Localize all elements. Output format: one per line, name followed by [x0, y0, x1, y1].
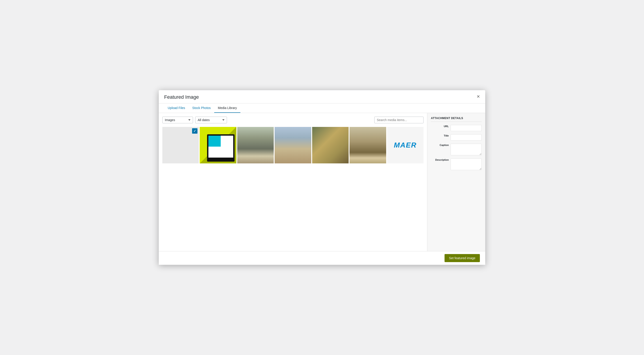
image-item-1[interactable] [162, 127, 199, 163]
tab-bar: Upload Files Stock Photos Media Library [159, 103, 485, 113]
set-featured-image-button[interactable]: Set featured image [444, 254, 480, 262]
featured-image-modal: Featured Image × Upload Files Stock Phot… [159, 90, 485, 265]
image-item-6[interactable] [350, 127, 386, 163]
image-item-5[interactable] [312, 127, 348, 163]
modal-title: Featured Image [164, 94, 199, 103]
attachment-details-sidebar: ATTACHMENT DETAILS URL Title Caption Des… [427, 113, 485, 251]
url-input[interactable] [450, 125, 482, 131]
selected-check-icon [192, 128, 198, 134]
url-label: URL [431, 125, 449, 128]
title-input[interactable] [450, 134, 482, 141]
url-field-row: URL [431, 125, 482, 131]
type-filter[interactable]: Images All media items Audio Video [162, 117, 193, 123]
tab-media-library[interactable]: Media Library [214, 103, 240, 113]
tab-stock-photos[interactable]: Stock Photos [189, 103, 214, 113]
image-thumbnail-5 [312, 127, 348, 163]
image-item-7[interactable]: MAER [387, 127, 424, 163]
image-item-4[interactable] [274, 127, 311, 163]
modal-body: Images All media items Audio Video All d… [159, 113, 485, 251]
media-area: Images All media items Audio Video All d… [159, 113, 427, 251]
modal-footer: Set featured image [159, 251, 485, 265]
image-thumbnail-2 [200, 127, 236, 163]
description-field-row: Description [431, 158, 482, 170]
image-item-2[interactable] [200, 127, 236, 163]
image-item-3[interactable] [237, 127, 274, 163]
caption-input[interactable] [450, 144, 482, 155]
tab-upload[interactable]: Upload Files [164, 103, 189, 113]
caption-field-row: Caption [431, 144, 482, 155]
description-label: Description [431, 158, 449, 161]
caption-label: Caption [431, 144, 449, 146]
modal-header: Featured Image × [159, 90, 485, 103]
description-input[interactable] [450, 158, 482, 170]
image-thumbnail-4 [274, 127, 311, 163]
sidebar-title: ATTACHMENT DETAILS [431, 117, 482, 122]
title-field-row: Title [431, 134, 482, 141]
image-thumbnail-7: MAER [387, 127, 424, 163]
search-input[interactable] [374, 117, 424, 123]
image-thumbnail-6 [350, 127, 386, 163]
image-grid: MAER [162, 127, 424, 163]
close-button[interactable]: × [475, 93, 482, 100]
filters-bar: Images All media items Audio Video All d… [162, 117, 424, 123]
image-thumbnail-3 [237, 127, 274, 163]
date-filter[interactable]: All dates January 2024 December 2023 [195, 117, 227, 123]
title-label: Title [431, 134, 449, 137]
